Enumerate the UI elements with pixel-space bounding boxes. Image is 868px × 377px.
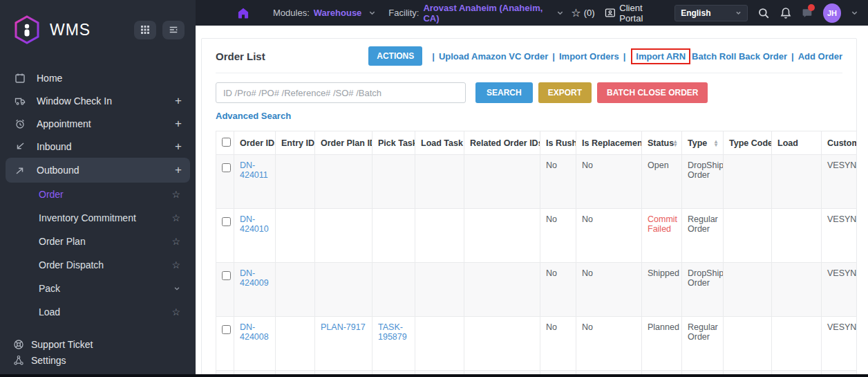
home-button[interactable]	[237, 7, 249, 19]
action-link-import-arn[interactable]: Import ARN	[636, 51, 686, 62]
apps-grid-button[interactable]	[134, 21, 156, 39]
expand-plus-icon[interactable]: +	[175, 140, 182, 154]
language-select[interactable]: English	[674, 5, 748, 21]
cell-entry-id	[276, 263, 315, 317]
batch-close-order-button[interactable]: BATCH CLOSE ORDER	[597, 82, 708, 103]
sidebar-item-appointment[interactable]: Appointment +	[0, 112, 196, 135]
favorite-star-icon[interactable]: ☆	[171, 189, 180, 200]
sidebar-item-settings[interactable]: Settings	[0, 352, 196, 368]
cell-text[interactable]: DN-424010	[240, 214, 269, 234]
cell-text[interactable]: TASK-195879	[378, 322, 407, 342]
cell-order-id[interactable]: DN-424011	[234, 155, 276, 209]
cell-text[interactable]: DN-424008	[240, 322, 269, 342]
sidebar-item-support-ticket[interactable]: Support Ticket	[0, 336, 196, 352]
action-link-import-orders[interactable]: Import Orders	[559, 51, 619, 62]
messages-button[interactable]	[802, 7, 813, 19]
table-row: DN-424011NoNoOpenDropShip OrderVESYN	[216, 155, 857, 209]
column-header-related-order-ids[interactable]: Related Order IDs▴▾	[464, 131, 540, 155]
expand-plus-icon[interactable]: +	[175, 117, 182, 131]
column-header-customer[interactable]: Customer	[822, 131, 857, 155]
action-link-batch-roll-back-order[interactable]: Batch Roll Back Order	[692, 51, 787, 62]
favorite-star-icon[interactable]: ☆	[171, 306, 180, 318]
cell-text[interactable]: DN-424011	[240, 160, 268, 180]
chevron-down-icon[interactable]	[851, 9, 858, 17]
row-checkbox-cell[interactable]	[216, 155, 234, 209]
advanced-search-link[interactable]: Advanced Search	[216, 111, 291, 121]
chevron-down-icon	[556, 9, 564, 17]
favorites-count: (0)	[584, 8, 595, 18]
cell-related-order-ids	[464, 317, 540, 371]
table-header-row: Order ID▴▾Entry IDOrder Plan IDPick Task…	[216, 131, 857, 155]
column-header-entry-id[interactable]: Entry ID	[276, 131, 315, 155]
search-input[interactable]	[216, 82, 466, 103]
column-header-pick-task[interactable]: Pick Task	[372, 131, 415, 155]
avatar[interactable]: JH	[823, 3, 841, 23]
expand-plus-icon[interactable]: +	[175, 94, 182, 108]
action-links: ACTIONS |Upload Amazon VC Order|Import O…	[368, 46, 842, 66]
sidebar-subitem-inventory-commitment[interactable]: Inventory Commitment ☆	[0, 206, 196, 230]
modules-value: Warehouse	[314, 8, 362, 18]
column-header-type-code[interactable]: Type Code▴▾	[724, 131, 772, 155]
cell-text: No	[546, 214, 557, 224]
sidebar-subitem-label: Inventory Commitment	[39, 212, 171, 223]
column-header-status[interactable]: Status▴▾	[642, 131, 682, 155]
row-checkbox[interactable]	[222, 163, 231, 172]
column-header-is-replacement[interactable]: Is Replacement▴▾	[576, 131, 642, 155]
chevron-down-icon	[735, 10, 742, 16]
favorite-star-icon[interactable]: ☆	[171, 259, 180, 270]
notifications-button[interactable]	[780, 7, 792, 19]
select-all-checkbox-cell[interactable]	[216, 131, 234, 155]
actions-button[interactable]: ACTIONS	[368, 46, 422, 66]
row-checkbox[interactable]	[222, 217, 231, 226]
favorite-star-icon[interactable]: ☆	[171, 212, 180, 223]
column-header-order-plan-id[interactable]: Order Plan ID	[315, 131, 372, 155]
sidebar-item-window-check-in[interactable]: Window Check In +	[0, 89, 196, 112]
row-checkbox[interactable]	[222, 271, 231, 280]
cell-order-id[interactable]: DN-424009	[234, 263, 276, 317]
sidebar-item-outbound[interactable]: Outbound +	[6, 158, 190, 183]
export-button[interactable]: EXPORT	[538, 82, 592, 103]
sidebar-subitem-order[interactable]: Order ☆	[0, 183, 196, 206]
sidebar-footer: Support Ticket Settings	[0, 336, 196, 377]
cell-type-code	[724, 263, 772, 317]
favorite-star-icon[interactable]: ☆	[171, 236, 180, 247]
chevron-down-icon[interactable]	[173, 285, 180, 292]
column-header-type[interactable]: Type▴▾	[682, 131, 724, 155]
cell-order-plan-id[interactable]: PLAN-7917	[315, 317, 372, 371]
row-checkbox-cell[interactable]	[216, 317, 234, 371]
expand-plus-icon[interactable]: +	[175, 163, 182, 177]
sidebar-item-label: Inbound	[37, 141, 175, 152]
row-checkbox[interactable]	[222, 325, 231, 334]
sidebar-subitem-order-plan[interactable]: Order Plan ☆	[0, 230, 196, 253]
action-link-add-order[interactable]: Add Order	[798, 51, 842, 62]
select-all-checkbox[interactable]	[222, 138, 231, 147]
cell-order-id[interactable]: DN-424008	[234, 317, 276, 371]
sidebar-item-home[interactable]: Home	[0, 66, 196, 89]
facility-selector[interactable]: Facility: Arovast Anaheim (Anaheim, CA)	[388, 3, 571, 24]
sidebar-subitem-pack[interactable]: Pack	[0, 277, 196, 300]
search-submit-button[interactable]: SEARCH	[475, 82, 533, 103]
row-checkbox-cell[interactable]	[216, 263, 234, 317]
search-button[interactable]	[757, 7, 770, 19]
collapse-sidebar-button[interactable]	[162, 21, 185, 39]
column-header-is-rush[interactable]: Is Rush▴▾	[540, 131, 576, 155]
row-checkbox-cell[interactable]	[216, 209, 234, 263]
column-header-order-id[interactable]: Order ID▴▾	[234, 131, 276, 155]
sidebar-item-inbound[interactable]: Inbound +	[0, 135, 196, 158]
column-label: Is Rush	[546, 138, 576, 148]
sidebar-subitem-load[interactable]: Load ☆	[0, 300, 196, 324]
cell-order-id[interactable]: DN-424010	[234, 209, 276, 263]
column-header-load[interactable]: Load	[772, 131, 822, 155]
favorites-button[interactable]: ☆ (0)	[571, 6, 594, 19]
sort-carets-icon: ▴▾	[674, 140, 677, 147]
sidebar-item-label: Home	[37, 73, 182, 84]
sidebar-subitem-order-dispatch[interactable]: Order Dispatch ☆	[0, 253, 196, 277]
action-link-upload-amazon-vc-order[interactable]: Upload Amazon VC Order	[439, 51, 548, 62]
sidebar-subitem-label: Load	[39, 306, 171, 318]
column-header-load-task[interactable]: Load Task	[415, 131, 464, 155]
client-portal-button[interactable]: Client Portal	[605, 3, 666, 24]
modules-selector[interactable]: Modules: Warehouse	[273, 8, 383, 18]
cell-text[interactable]: DN-424009	[240, 268, 269, 288]
cell-pick-task[interactable]: TASK-195879	[372, 317, 415, 371]
cell-text[interactable]: PLAN-7917	[321, 322, 366, 332]
